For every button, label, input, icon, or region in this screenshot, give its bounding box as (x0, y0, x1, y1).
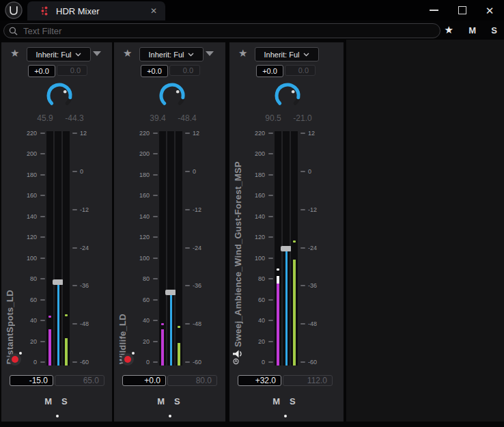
volume-knob[interactable] (44, 81, 74, 111)
input-meter-bar (48, 329, 51, 366)
strip-indicator-dot (169, 415, 171, 417)
db-scale: 120-12-24-36-48-60 (185, 133, 225, 362)
volume-knob[interactable] (272, 81, 303, 111)
db-scale-label: -60 (300, 359, 317, 366)
db-scale-label: -60 (185, 359, 201, 366)
output-meter-bar (65, 338, 68, 366)
volume-scale-label: 140 (1, 213, 45, 220)
output-level-value: 65.0 (55, 375, 104, 386)
volume-scale-label: 200 (114, 150, 158, 157)
record-arm-icon[interactable] (122, 353, 134, 366)
db-scale-label: -24 (72, 245, 89, 251)
db-scale-label: 12 (185, 130, 199, 137)
gain-secondary-value[interactable]: 0.0 (57, 65, 87, 76)
window-maximize-button[interactable] (451, 0, 474, 20)
db-scale-label: -36 (185, 282, 201, 289)
gain-secondary-value[interactable]: 0.0 (285, 65, 316, 76)
gain-input[interactable]: +0.0 (141, 65, 168, 77)
speaker-icon[interactable] (232, 348, 245, 366)
attenuation-input[interactable]: +32.0 (238, 375, 281, 386)
volume-scale-label: 120 (1, 234, 45, 240)
volume-knob[interactable] (157, 81, 187, 111)
db-scale-label: -48 (185, 320, 201, 327)
db-scale-label: -48 (300, 320, 317, 327)
window-close-button[interactable]: ✕ (478, 0, 501, 20)
output-level-value: 80.0 (167, 375, 217, 386)
fader-track[interactable] (167, 131, 174, 366)
solo-button[interactable]: S (61, 396, 68, 407)
mute-solo-row: M S (229, 396, 339, 407)
filter-bar: ★ M S (0, 20, 504, 40)
attenuation-input[interactable]: +0.0 (122, 375, 166, 386)
input-meter-peak-marker (161, 323, 164, 325)
fader-handle[interactable] (165, 290, 176, 295)
db-scale-label: 0 (72, 168, 83, 175)
favorite-star-icon[interactable]: ★ (123, 48, 132, 59)
window-minimize-button[interactable] (422, 0, 445, 20)
mute-button[interactable]: M (272, 396, 280, 407)
db-scale: 120-12-24-36-48-60 (72, 133, 112, 362)
mixer-channel-strip: ★ Inherit: Ful +0.0 0.0 90.5 -21.0 22020… (229, 42, 344, 422)
meter-readout-right: -21.0 (284, 113, 321, 123)
db-scale-label: -24 (185, 245, 201, 251)
volume-scale-label: 220 (1, 130, 45, 137)
search-input[interactable] (22, 25, 440, 37)
solo-button[interactable]: S (174, 396, 180, 407)
favorite-star-icon[interactable]: ★ (10, 48, 19, 59)
tab-title: HDR Mixer (56, 6, 100, 16)
output-meter-bar (293, 260, 296, 366)
db-scale-label: -12 (300, 206, 317, 213)
solo-all-button[interactable]: S (491, 25, 497, 36)
record-arm-icon[interactable] (9, 353, 21, 366)
input-meter-track (159, 131, 166, 366)
db-scale-label: -36 (300, 282, 317, 289)
chevron-down-icon (75, 53, 81, 57)
tab-close-icon[interactable]: ✕ (150, 6, 157, 16)
fader-track[interactable] (283, 131, 290, 366)
fader-handle[interactable] (53, 279, 64, 285)
knob-indicator-dot (64, 90, 67, 94)
preset-expand-arrow[interactable] (206, 51, 214, 56)
gain-input[interactable]: +0.0 (28, 65, 55, 77)
tab-hdr-mixer[interactable]: HDR Mixer ✕ (27, 1, 165, 20)
output-level-value: 112.0 (283, 375, 333, 386)
maximize-icon (458, 6, 466, 14)
inherit-dropdown[interactable]: Inherit: Ful (27, 47, 91, 61)
preset-expand-arrow[interactable] (93, 51, 101, 56)
attenuation-input[interactable]: -15.0 (10, 375, 53, 386)
solo-button[interactable]: S (290, 396, 296, 407)
record-spark-dot (19, 352, 22, 355)
db-scale-label: 12 (300, 130, 315, 137)
mute-solo-row: M S (114, 396, 223, 407)
text-filter-field[interactable] (3, 23, 440, 38)
favorite-star-icon[interactable]: ★ (238, 48, 247, 59)
db-scale-label: 12 (72, 130, 87, 137)
volume-scale-label: 80 (114, 275, 158, 282)
mute-button[interactable]: M (157, 396, 165, 407)
gain-input[interactable]: +0.0 (256, 65, 283, 77)
db-scale-label: -24 (300, 245, 317, 251)
fader-handle[interactable] (281, 246, 292, 251)
volume-scale-label: 120 (114, 234, 158, 240)
record-dot (124, 356, 131, 363)
volume-scale-label: 100 (1, 255, 45, 262)
db-scale-label: 0 (300, 168, 311, 175)
inherit-dropdown-label: Inherit: Ful (264, 51, 300, 59)
volume-scale-label: 160 (114, 192, 158, 199)
knob-indicator-dot (292, 90, 295, 94)
favorites-filter-star-icon[interactable]: ★ (445, 24, 453, 36)
mute-button[interactable]: M (44, 396, 52, 407)
mixer-channel-strip: ★ Inherit: Ful +0.0 0.0 45.9 -44.3 22020… (1, 42, 112, 422)
record-spark-dot (132, 352, 135, 355)
mixer-channel-strip: ★ Inherit: Ful +0.0 0.0 39.4 -48.4 22020… (114, 42, 225, 422)
inherit-dropdown[interactable]: Inherit: Ful (139, 47, 204, 61)
fader-level-line (285, 249, 288, 366)
inherit-dropdown[interactable]: Inherit: Ful (255, 47, 319, 61)
meter-readout-right: -44.3 (56, 113, 93, 123)
fader-track[interactable] (55, 131, 61, 366)
input-meter-peak-marker (48, 316, 51, 318)
input-meter-clip-segment (277, 276, 279, 284)
mute-all-button[interactable]: M (468, 25, 476, 36)
input-meter-peak-marker (277, 268, 279, 271)
gain-secondary-value[interactable]: 0.0 (169, 65, 200, 76)
